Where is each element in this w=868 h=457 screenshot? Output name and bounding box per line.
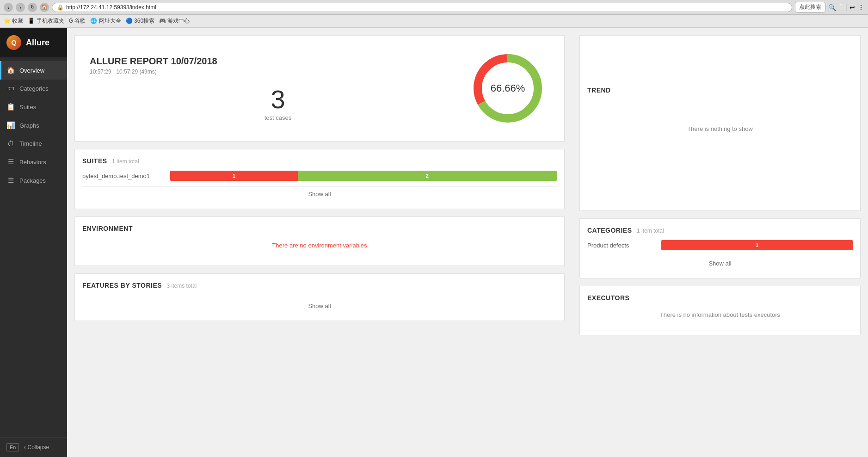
report-time: 10:57:29 - 10:57:29 (49ms) xyxy=(90,68,466,75)
suite-row: pytest_demo.test_demo1 1 2 xyxy=(82,171,557,181)
environment-card: ENVIRONMENT There are no environment var… xyxy=(74,216,565,266)
features-card: FEATURES BY STORIES 3 items total Show a… xyxy=(74,273,565,321)
bookmark-games[interactable]: 🎮 游戏中心 xyxy=(159,17,190,25)
sidebar-label-packages: Packages xyxy=(19,177,46,184)
trend-card: TREND There is nothing to show xyxy=(579,35,861,211)
bookmark-google[interactable]: G 谷歌 xyxy=(69,17,86,25)
suites-header: SUITES 1 item total xyxy=(82,157,557,165)
bookmark-favorites[interactable]: ⭐ 收藏 xyxy=(4,17,23,25)
environment-title: ENVIRONMENT xyxy=(82,225,133,232)
executors-message: There is no information about tests exec… xyxy=(587,302,853,327)
collapse-button[interactable]: ‹ Collapse xyxy=(24,444,49,451)
search-box[interactable]: 点此搜索 xyxy=(795,2,825,12)
bookmarks-bar: ⭐ 收藏 📱 手机收藏夹 G 谷歌 🌐 网址大全 🔵 360搜索 🎮 游戏中心 xyxy=(0,15,868,28)
behaviors-icon: ☰ xyxy=(6,158,15,166)
secure-icon: 🔒 xyxy=(57,4,64,11)
executors-header: EXECUTORS xyxy=(587,294,853,302)
categories-show-all-button[interactable]: Show all xyxy=(587,256,853,271)
sidebar: Q Allure 🏠 Overview 🏷 Categories 📋 Suite… xyxy=(0,28,67,457)
sidebar-item-behaviors[interactable]: ☰ Behaviors xyxy=(0,153,67,171)
sidebar-logo: Q Allure xyxy=(0,28,67,57)
suite-name: pytest_demo.test_demo1 xyxy=(82,173,166,179)
logo-text: Allure xyxy=(26,38,49,48)
sidebar-item-suites[interactable]: 📋 Suites xyxy=(0,98,67,116)
test-count: 3 xyxy=(90,84,466,114)
trend-title: TREND xyxy=(587,86,853,94)
suites-show-all-button[interactable]: Show all xyxy=(82,186,557,201)
suites-card: SUITES 1 item total pytest_demo.test_dem… xyxy=(74,149,565,209)
forward-button[interactable]: › xyxy=(16,3,25,12)
sidebar-label-categories: Categories xyxy=(19,85,49,92)
home-icon: 🏠 xyxy=(6,66,15,74)
donut-chart-container: 66.66% xyxy=(466,47,549,130)
suites-title: SUITES xyxy=(82,157,107,165)
category-name: Product defects xyxy=(587,242,657,249)
tablet-icon: ⬜ xyxy=(839,4,847,11)
suite-bar: 1 2 xyxy=(170,171,557,181)
sidebar-label-overview: Overview xyxy=(19,67,44,74)
search-icon[interactable]: 🔍 xyxy=(828,4,836,11)
features-count: 3 items total xyxy=(167,283,197,289)
sidebar-footer: En ‹ Collapse xyxy=(0,437,67,457)
sidebar-item-packages[interactable]: ☰ Packages xyxy=(0,171,67,190)
trend-message: There is nothing to show xyxy=(587,98,853,160)
test-count-label: test cases xyxy=(90,114,466,121)
sidebar-item-categories[interactable]: 🏷 Categories xyxy=(0,80,67,98)
tag-icon: 🏷 xyxy=(6,85,15,93)
features-title: FEATURES BY STORIES xyxy=(82,282,162,289)
categories-count: 1 item total xyxy=(637,228,664,234)
donut-chart: 66.66% xyxy=(466,47,549,130)
executors-card: EXECUTORS There is no information about … xyxy=(579,286,861,335)
undo-icon[interactable]: ↩ xyxy=(850,4,855,11)
sidebar-item-graphs[interactable]: 📊 Graphs xyxy=(0,116,67,135)
logo-icon: Q xyxy=(6,35,21,50)
features-show-all-button[interactable]: Show all xyxy=(82,299,557,313)
sidebar-item-overview[interactable]: 🏠 Overview xyxy=(0,61,67,80)
report-stats: ALLURE REPORT 10/07/2018 10:57:29 - 10:5… xyxy=(90,56,466,121)
url-bar[interactable]: 🔒 http://172.24.41.12:59393/index.html xyxy=(52,3,792,12)
suite-fail-bar: 1 xyxy=(170,171,298,181)
bookmark-mobile[interactable]: 📱 手机收藏夹 xyxy=(28,17,64,25)
report-title: ALLURE REPORT 10/07/2018 xyxy=(90,56,466,67)
categories-header: CATEGORIES 1 item total xyxy=(587,226,853,235)
back-button[interactable]: ‹ xyxy=(4,3,13,12)
suites-count: 1 item total xyxy=(112,158,139,165)
chevron-left-icon: ‹ xyxy=(24,444,25,451)
packages-icon: ☰ xyxy=(6,176,15,185)
left-panel: ALLURE REPORT 10/07/2018 10:57:29 - 10:5… xyxy=(67,28,572,457)
report-header-card: ALLURE REPORT 10/07/2018 10:57:29 - 10:5… xyxy=(74,35,565,142)
more-icon[interactable]: ⋮ xyxy=(858,4,864,11)
suite-pass-bar: 2 xyxy=(298,171,557,181)
features-header: FEATURES BY STORIES 3 items total xyxy=(82,281,557,290)
clock-icon: ⏱ xyxy=(6,140,15,148)
sidebar-item-timeline[interactable]: ⏱ Timeline xyxy=(0,135,67,153)
categories-card: CATEGORIES 1 item total Product defects … xyxy=(579,218,861,278)
sidebar-label-behaviors: Behaviors xyxy=(19,159,46,166)
environment-message: There are no environment variables xyxy=(82,233,557,258)
home-button[interactable]: 🏠 xyxy=(40,3,49,12)
refresh-button[interactable]: ↻ xyxy=(28,3,37,12)
bookmark-urls[interactable]: 🌐 网址大全 xyxy=(90,17,121,25)
collapse-label: Collapse xyxy=(27,444,49,451)
language-badge[interactable]: En xyxy=(6,443,19,451)
right-panel: TREND There is nothing to show CATEGORIE… xyxy=(572,28,868,457)
sidebar-label-timeline: Timeline xyxy=(19,140,42,147)
sidebar-label-graphs: Graphs xyxy=(19,122,39,129)
category-bar: 1 xyxy=(661,240,853,250)
environment-header: ENVIRONMENT xyxy=(82,224,557,233)
category-row: Product defects 1 xyxy=(587,240,853,250)
executors-title: EXECUTORS xyxy=(587,294,629,302)
app-container: Q Allure 🏠 Overview 🏷 Categories 📋 Suite… xyxy=(0,28,868,457)
url-text: http://172.24.41.12:59393/index.html xyxy=(66,4,156,11)
percentage-text: 66.66% xyxy=(491,82,525,94)
sidebar-label-suites: Suites xyxy=(19,104,36,111)
bar-chart-icon: 📊 xyxy=(6,121,15,130)
main-content: ALLURE REPORT 10/07/2018 10:57:29 - 10:5… xyxy=(67,28,868,457)
browser-toolbar: ‹ › ↻ 🏠 🔒 http://172.24.41.12:59393/inde… xyxy=(0,0,868,15)
categories-title: CATEGORIES xyxy=(587,227,632,234)
sidebar-nav: 🏠 Overview 🏷 Categories 📋 Suites 📊 Graph… xyxy=(0,57,67,437)
list-icon: 📋 xyxy=(6,103,15,111)
bookmark-360[interactable]: 🔵 360搜索 xyxy=(126,17,154,25)
